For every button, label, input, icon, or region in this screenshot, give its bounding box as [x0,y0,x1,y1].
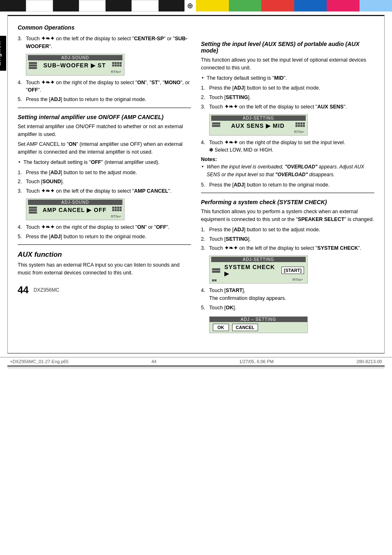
page-top-line [8,15,384,16]
aux-sens-step-3: 3. Touch ✦❧✦ on the left of the display … [201,103,374,111]
display2-title: ADJ-SOUND [28,200,122,205]
display3-title: ADJ-SETTING [211,115,306,121]
note-1: When the input level is overloaded, "OVE… [201,163,374,179]
top-bar-white3 [131,0,158,12]
sys-step-1: 1. Press the [ADJ] button to set to the … [201,226,374,234]
top-bar-black2 [53,0,79,12]
color-yellow [196,0,229,12]
sys-steps: 1. Press the [ADJ] button to set to the … [201,226,374,252]
amp-step-2: 2. Touch [SOUND]. [18,178,191,186]
display-system-check: ADJ-SETTING SYSTEM CHECK ▶ [209,256,308,283]
amp-cancel-desc1: Set internal amplifier use ON/OFF matche… [18,123,191,138]
sysck-desc: This function allows you to perform a sy… [201,208,374,223]
page-footer: +DXZ956MC_01-27-Eng.p65 44 1/27/05, 6:06… [0,357,392,366]
footer-left: +DXZ956MC_01-27-Eng.p65 [10,359,69,364]
display1-content: SUB–WOOFER ▶ ST [38,61,111,69]
page-number-area: 44 DXZ956MC [18,284,191,296]
step-4: 4. Touch ✦❧✦ on the right of the display… [18,79,191,94]
sys-step-3: 3. Touch ✦❧✦ on the left of the display … [201,244,374,252]
display1-title: ADJ-SOUND [28,55,122,60]
sys-steps-4-5: 4. Touch [START], The confirmation displ… [201,287,374,311]
aux-sens-step-1: 1. Press the [ADJ] button to set to the … [201,84,374,92]
aux-sens-desc: This function allows you to set the inpu… [201,56,374,72]
page-doc-id: DXZ956MC [34,287,60,293]
left-column: 3. Touch ✦❧✦ on the left of the display … [18,35,191,336]
english-tab: English [0,36,6,71]
bottom-line1 [7,366,385,366]
top-bar-black4 [159,0,184,12]
amp-cancel-bullets: The factory default setting is "OFF" (in… [18,159,191,166]
start-button[interactable]: [START] [281,267,304,274]
aux-sens-bullet1: The factory default setting is "MID". [201,74,374,82]
footer-center: 44 [151,359,156,364]
display-sub-woofer: ADJ-SOUND [26,54,125,76]
top-decorative-bar: ⊕ [0,0,392,12]
top-bar-black3 [106,0,131,12]
sys-step-4: 4. Touch [START], The confirmation displ… [201,287,374,302]
intro-steps: 3. Touch ✦❧✦ on the left of the display … [18,35,191,51]
notes-heading: Notes: [201,157,374,162]
amp-step-5: 5. Press the [ADJ] button to return to t… [18,233,191,241]
aux-function-heading: AUX function [18,251,191,259]
display-ok-cancel: ADJ – SETTING OK CANCEL [209,316,308,333]
bottom-line2 [7,368,385,368]
color-pink [327,0,360,12]
common-ops-heading: Common Operations [18,24,374,31]
right-column: Setting the input level (AUX SENS) of po… [201,35,374,336]
display3-rtn: RTN↵ [211,130,306,134]
crosshair-top-center: ⊕ [184,0,196,12]
color-lightblue [360,0,392,12]
amp-steps-4-5: 4. Touch ✦❧✦ on the right of the display… [18,223,191,241]
amp-step-1: 1. Press the [ADJ] button to set to the … [18,169,191,177]
divider3 [201,193,374,193]
display3-content: AUX SENS ▶ MID [221,122,295,130]
divider1 [18,108,191,108]
display5-title: ADJ – SETTING [210,317,307,322]
display4-title: ADJ-SETTING [211,257,306,262]
aux-steps-4-5: 4. Touch ✦❧✦ on the right of the display… [201,139,374,154]
page-outer: English Common Operations 3. Touch ✦❧✦ o… [7,15,385,354]
aux-step-5-list: 5. Press the [ADJ] button to return to t… [201,181,374,189]
page-content: English Common Operations 3. Touch ✦❧✦ o… [8,19,384,346]
display2-content: AMP CANCEL ▶ OFF [38,206,111,214]
ok-button[interactable]: OK [213,324,229,331]
top-bar-white1 [26,0,53,12]
color-blue [294,0,327,12]
step-3: 3. Touch ✦❧✦ on the left of the display … [18,35,191,51]
top-bar-white2 [79,0,106,12]
sysck-heading: Performing a system check (SYSTEM CHECK) [201,199,374,205]
color-green [229,0,262,12]
top-bar-black [0,0,26,12]
aux-step-4: 4. Touch ✦❧✦ on the right of the display… [201,139,374,154]
amp-step-4: 4. Touch ✦❧✦ on the right of the display… [18,223,191,231]
aux-sens-step-2: 2. Touch [SETTING]. [201,94,374,101]
aux-step-5: 5. Press the [ADJ] button to return to t… [201,181,374,189]
ok-cancel-row: OK CANCEL [210,322,307,333]
page-number: 44 [18,284,29,296]
page-bottom-line [8,353,384,353]
steps-4-5: 4. Touch ✦❧✦ on the right of the display… [18,79,191,104]
amp-cancel-bullet1: The factory default setting is "OFF" (in… [18,159,191,166]
main-content: 3. Touch ✦❧✦ on the left of the display … [18,35,374,336]
display2-rtn: RTN↵ [28,214,122,219]
aux-function-desc: This system has an external RCA input so… [18,261,191,277]
amp-steps: 1. Press the [ADJ] button to set to the … [18,169,191,195]
footer-date: 1/27/05, 6:06 PM [239,359,274,364]
aux-sens-heading: Setting the input level (AUX SENS) of po… [201,41,374,54]
color-red [261,0,294,12]
aux-sens-steps: 1. Press the [ADJ] button to set to the … [201,84,374,111]
amp-step-3: 3. Touch ✦❧✦ on the left of the display … [18,187,191,195]
display4-rtn: RTN↵ [293,278,306,282]
sys-step-5: 5. Touch [OK]. [201,304,374,312]
sys-step-2: 2. Touch [SETTING]. [201,235,374,243]
top-bar-right [196,0,392,12]
notes-list: When the input level is overloaded, "OVE… [201,163,374,179]
footer-part: 280-8213-00 [357,359,382,364]
top-bar-left: ⊕ [0,0,196,12]
cancel-button[interactable]: CANCEL [232,324,258,331]
bottom-decorative-lines [7,366,385,368]
display-amp-cancel: ADJ-SOUND [26,198,125,220]
step-5: 5. Press the [ADJ] button to return to t… [18,96,191,104]
amp-cancel-desc2: Set AMP CANCEL to "ON" (internal amplifi… [18,140,191,156]
display4-content: SYSTEM CHECK ▶ [221,263,281,278]
